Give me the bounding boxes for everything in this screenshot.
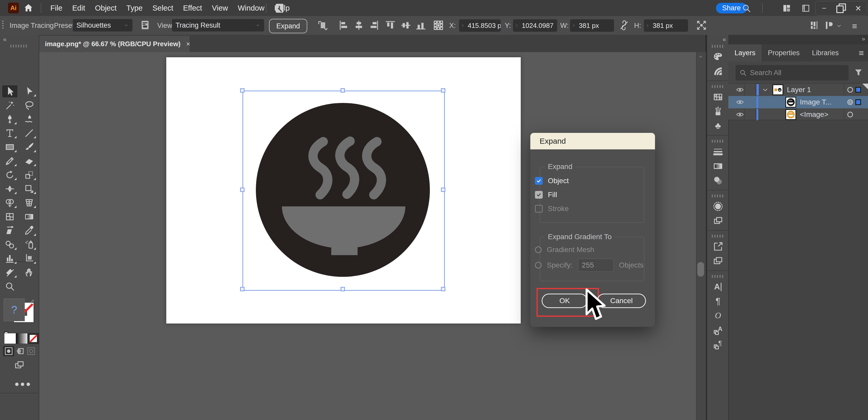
specify-input[interactable]: 255 — [578, 259, 614, 272]
appearance-panel-icon[interactable] — [712, 201, 724, 212]
align-bottom-icon[interactable] — [415, 19, 427, 31]
selection-handle[interactable] — [441, 88, 445, 93]
drag-handle[interactable] — [712, 140, 724, 143]
layer-thumbnail[interactable] — [773, 84, 783, 95]
align-top-icon[interactable] — [384, 19, 396, 31]
drag-handle[interactable] — [712, 195, 724, 197]
layer-row-image[interactable]: <Image> — [728, 108, 868, 121]
symbols-panel-icon[interactable]: ♣ — [712, 120, 724, 132]
shear-tool[interactable] — [2, 224, 18, 237]
edit-toolbar-ellipsis[interactable]: ●●● — [14, 380, 26, 388]
image-trace-panel-icon[interactable] — [139, 19, 151, 31]
draw-behind-icon[interactable] — [14, 346, 25, 356]
workspace-panel-icon[interactable] — [801, 3, 811, 13]
checkbox-fill[interactable]: Fill — [535, 190, 557, 199]
rotate-tool[interactable] — [2, 169, 18, 181]
magic-wand-tool[interactable] — [2, 99, 18, 111]
width-tool[interactable] — [2, 183, 18, 195]
selection-bounding-box[interactable] — [242, 91, 445, 291]
character-styles-panel-icon[interactable]: A — [712, 325, 724, 336]
drag-handle[interactable] — [712, 85, 724, 88]
menu-effect[interactable]: Effect — [178, 0, 207, 16]
layer-thumbnail[interactable] — [785, 97, 796, 107]
constrain-proportions-icon[interactable] — [619, 19, 629, 31]
checkbox-icon[interactable] — [535, 191, 543, 199]
gradient-tool[interactable] — [22, 211, 37, 223]
visibility-eye-icon[interactable] — [736, 110, 744, 119]
preset-dropdown[interactable]: Silhouettes — [73, 19, 132, 31]
layer-name[interactable]: <Image> — [800, 108, 829, 121]
menu-object[interactable]: Object — [90, 0, 122, 16]
lasso-tool[interactable] — [22, 99, 37, 111]
menu-file[interactable]: File — [45, 0, 67, 16]
align-middle-icon[interactable] — [400, 19, 412, 31]
menu-view[interactable]: View — [207, 0, 233, 16]
type-tool[interactable] — [2, 127, 18, 139]
pencil-tool[interactable] — [2, 155, 18, 167]
eyedropper-tool[interactable] — [22, 224, 37, 237]
menu-window[interactable]: Window — [233, 0, 269, 16]
paragraph-styles-panel-icon[interactable]: ¶ — [712, 339, 724, 350]
checkbox-stroke[interactable]: Stroke — [535, 204, 569, 213]
selection-handle[interactable] — [240, 287, 245, 291]
expand-layer-icon[interactable] — [762, 87, 769, 93]
asset-export-panel-icon[interactable] — [712, 241, 724, 252]
artboards-panel-icon[interactable] — [712, 255, 724, 267]
slice-tool[interactable] — [2, 266, 18, 279]
selection-handle[interactable] — [441, 188, 445, 192]
free-transform-tool[interactable] — [22, 183, 37, 195]
w-field[interactable]: 381 px — [570, 19, 614, 32]
gradient-button[interactable] — [16, 333, 28, 344]
drag-handle[interactable] — [10, 45, 28, 47]
color-guide-panel-icon[interactable] — [712, 66, 724, 77]
minimize-button[interactable]: − — [815, 1, 833, 15]
tab-libraries[interactable]: Libraries — [806, 44, 845, 61]
hand-tool[interactable] — [22, 266, 37, 279]
column-graph-tool[interactable] — [2, 252, 18, 265]
dialog-title-bar[interactable]: Expand — [530, 133, 655, 149]
touch-workspace-icon[interactable] — [274, 2, 285, 14]
radio-gradient-mesh[interactable]: Gradient Mesh — [535, 245, 594, 254]
chevron-down-icon[interactable] — [836, 23, 842, 28]
checkbox-icon[interactable] — [535, 205, 543, 213]
panel-menu-icon[interactable]: ≡ — [859, 48, 864, 58]
draw-inside-icon[interactable] — [26, 346, 37, 356]
document-tab[interactable]: image.png* @ 66.67 % (RGB/CPU Preview) × — [39, 36, 189, 52]
visibility-eye-icon[interactable] — [736, 86, 744, 94]
mesh-tool[interactable] — [2, 211, 18, 223]
paragraph-panel-icon[interactable]: ¶ — [712, 296, 724, 307]
tab-properties[interactable]: Properties — [762, 44, 806, 61]
color-button[interactable] — [4, 333, 16, 344]
radio-icon[interactable] — [535, 262, 542, 268]
view-dropdown[interactable]: Tracing Result — [172, 19, 264, 31]
drag-handle[interactable] — [712, 235, 724, 237]
layer-name[interactable]: Image T... — [800, 96, 831, 108]
selection-tool[interactable] — [2, 85, 18, 98]
align-center-icon[interactable] — [353, 19, 365, 31]
layer-row-layer1[interactable]: Layer 1 — [728, 84, 868, 96]
transform-options-icon[interactable] — [314, 19, 330, 31]
scroll-up-icon[interactable] — [698, 55, 704, 59]
reference-point-icon[interactable] — [432, 19, 444, 31]
curvature-tool[interactable] — [22, 113, 37, 125]
radio-icon[interactable] — [535, 247, 542, 253]
zoom-tool[interactable] — [2, 280, 18, 293]
expand-dock-icon[interactable]: « — [723, 36, 725, 43]
x-stepper[interactable] — [459, 24, 466, 27]
home-icon[interactable] — [23, 3, 34, 13]
transparency-panel-icon[interactable] — [712, 175, 724, 186]
graphic-styles-panel-icon[interactable] — [712, 215, 724, 227]
stroke-panel-icon[interactable] — [712, 146, 724, 157]
align-panel-icon[interactable] — [809, 19, 819, 31]
selection-handle[interactable] — [240, 88, 245, 93]
workspace-layout-icon[interactable] — [782, 3, 792, 13]
scale-tool[interactable] — [22, 169, 37, 181]
close-button[interactable]: ✕ — [850, 1, 867, 15]
shape-builder-tool[interactable] — [2, 197, 18, 209]
swatches-panel-icon[interactable] — [712, 91, 724, 103]
h-stepper[interactable] — [644, 24, 651, 27]
ok-button[interactable]: OK — [542, 294, 588, 308]
visibility-eye-icon[interactable] — [736, 98, 744, 106]
target-circle-icon[interactable] — [847, 87, 853, 93]
rectangle-tool[interactable] — [2, 141, 18, 153]
